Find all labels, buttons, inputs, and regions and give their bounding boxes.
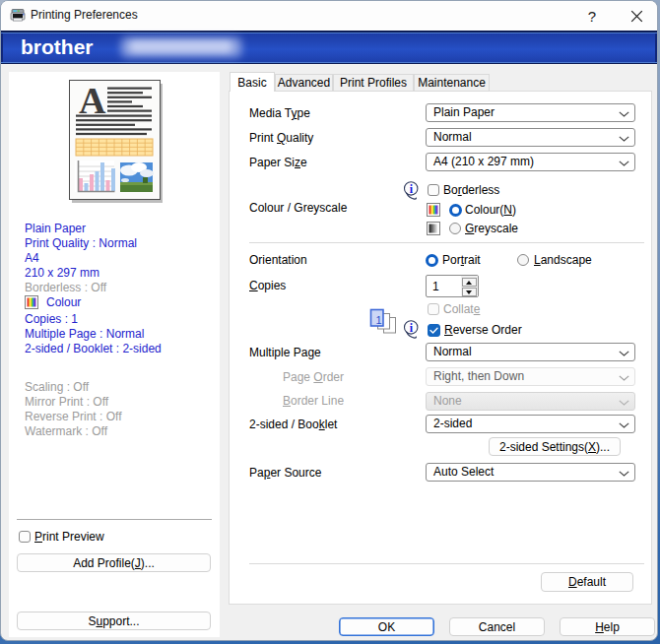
svg-text:1: 1 bbox=[375, 314, 381, 326]
